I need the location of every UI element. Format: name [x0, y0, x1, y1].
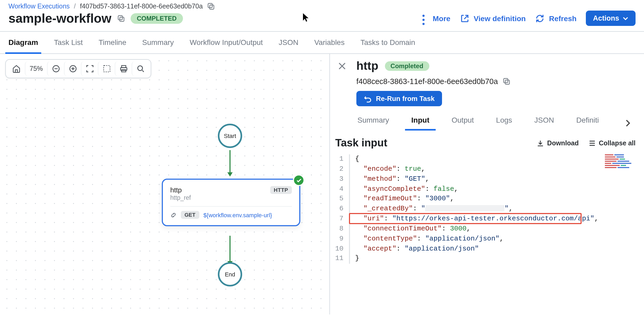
tab-timeline[interactable]: Timeline [98, 32, 127, 53]
collapse-icon [588, 139, 596, 147]
more-label: More [433, 14, 450, 22]
chevron-down-icon [622, 15, 629, 21]
arrow-down-icon [227, 171, 233, 178]
code-line: "contentType": "application/json", [355, 234, 599, 244]
tab-diagram[interactable]: Diagram [7, 32, 39, 53]
panel-tabs: SummaryInputOutputLogsJSONDefiniti [356, 116, 620, 131]
workflow-status-badge: COMPLETED [130, 13, 183, 24]
panel-tab-json[interactable]: JSON [533, 116, 555, 131]
task-status-badge: Completed [385, 61, 429, 71]
breadcrumb-execution-id: f407bd57-3863-11ef-800e-6ee63ed0b70a [80, 3, 203, 10]
http-method-badge: GET [181, 211, 199, 219]
tab-summary[interactable]: Summary [141, 32, 175, 53]
code-line: "asyncComplete": false, [355, 184, 599, 194]
svg-rect-0 [210, 5, 214, 9]
code-line: } [355, 254, 599, 264]
diagram-edge [229, 150, 231, 172]
refresh-button[interactable]: Refresh [535, 13, 577, 23]
diagram-start-node[interactable]: Start [218, 124, 242, 148]
tab-task-list[interactable]: Task List [53, 32, 84, 53]
breadcrumb: Workflow Executions / f407bd57-3863-11ef… [8, 2, 636, 11]
svg-rect-15 [503, 78, 508, 83]
svg-point-5 [423, 18, 425, 21]
code-line: "uri": "https://orkes-api-tester.orkesco… [355, 214, 599, 224]
redacted-value [425, 205, 505, 211]
panel-tab-input[interactable]: Input [410, 116, 430, 131]
svg-point-4 [423, 15, 425, 17]
svg-rect-1 [208, 3, 213, 8]
link-icon [170, 212, 177, 218]
refresh-icon [535, 13, 545, 23]
copy-icon[interactable] [117, 14, 125, 22]
collapse-all-button[interactable]: Collapse all [588, 139, 636, 147]
open-external-icon [460, 13, 470, 23]
rerun-label: Re-Run from Task [376, 95, 435, 103]
diagram-task-node[interactable]: http HTTP http_ref GET ${workflow.env.sa… [162, 179, 300, 226]
breadcrumb-sep: / [74, 3, 76, 10]
node-title: http [170, 186, 182, 194]
divider [170, 206, 292, 207]
undo-icon [364, 95, 372, 103]
copy-icon[interactable] [502, 77, 510, 86]
node-type-badge: HTTP [270, 186, 292, 194]
collapse-all-label: Collapse all [599, 139, 636, 147]
http-url-template: ${workflow.env.sample-url} [203, 212, 272, 218]
tab-json[interactable]: JSON [278, 32, 300, 53]
svg-point-6 [423, 22, 425, 25]
panel-tab-summary[interactable]: Summary [356, 116, 390, 131]
breadcrumb-root-link[interactable]: Workflow Executions [8, 3, 70, 10]
svg-rect-3 [118, 15, 122, 20]
section-title: Task input [335, 137, 387, 149]
code-line: { [355, 154, 599, 164]
view-definition-button[interactable]: View definition [460, 13, 526, 23]
diagram-end-node[interactable]: End [218, 262, 242, 286]
code-line: "readTimeOut": "3000", [355, 194, 599, 204]
actions-label: Actions [593, 14, 619, 22]
copy-icon[interactable] [207, 2, 215, 11]
diagram-edge [229, 236, 231, 262]
svg-rect-14 [505, 80, 509, 84]
code-line: "connectionTimeOut": 3000, [355, 224, 599, 234]
panel-title: http [356, 59, 378, 73]
task-id: f408cec8-3863-11ef-800e-6ee63ed0b70a [356, 77, 498, 86]
panel-tab-output[interactable]: Output [450, 116, 475, 131]
tabs-scroll-right-icon[interactable] [623, 118, 632, 128]
tab-tasks-to-domain[interactable]: Tasks to Domain [359, 32, 416, 53]
rerun-button[interactable]: Re-Run from Task [356, 91, 442, 106]
diagram-canvas[interactable]: 75% Start http HTTP http_ref [0, 54, 330, 314]
panel-tab-definition[interactable]: Definiti [575, 116, 600, 131]
workflow-name: sample-workflow [8, 11, 111, 26]
download-label: Download [547, 139, 579, 147]
tab-variables[interactable]: Variables [313, 32, 346, 53]
code-line: "_createdBy": "", [355, 204, 599, 214]
success-check-icon [293, 174, 305, 186]
download-button[interactable]: Download [537, 139, 579, 147]
code-line: "method": "GET", [355, 174, 599, 184]
code-line: "accept": "application/json" [355, 244, 599, 254]
kebab-icon [419, 13, 429, 23]
actions-button[interactable]: Actions [586, 11, 636, 26]
tab-workflow-input-output[interactable]: Workflow Input/Output [189, 32, 264, 53]
more-button[interactable]: More [419, 13, 450, 23]
view-definition-label: View definition [474, 14, 526, 22]
refresh-label: Refresh [549, 14, 577, 22]
task-details-panel: http Completed f408cec8-3863-11ef-800e-6… [330, 54, 644, 314]
close-icon[interactable] [337, 61, 347, 71]
code-line: "encode": true, [355, 164, 599, 174]
node-ref: http_ref [170, 195, 292, 201]
main-tabs: DiagramTask ListTimelineSummaryWorkflow … [0, 31, 644, 54]
panel-tab-logs[interactable]: Logs [495, 116, 513, 131]
json-viewer[interactable]: 1234567891011 { "encode": true, "method"… [335, 154, 636, 264]
download-icon [537, 139, 544, 147]
svg-rect-2 [119, 17, 124, 21]
